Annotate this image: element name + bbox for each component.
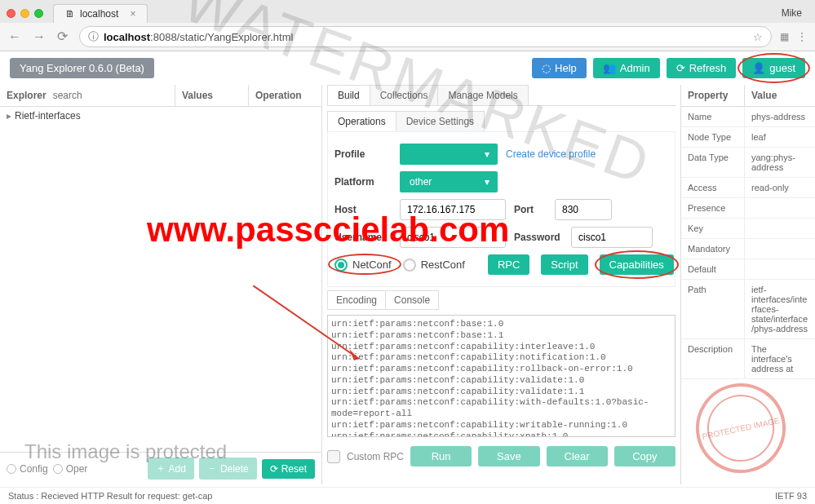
console-output[interactable]: urn:ietf:params:netconf:base:1.0 urn:iet… — [327, 315, 675, 437]
back-icon[interactable]: ← — [8, 30, 21, 43]
host-label: Host — [334, 204, 392, 215]
profile-dropdown[interactable] — [400, 144, 498, 165]
property-row: Accessread-only — [681, 178, 815, 198]
explorer-panel: Explorer Values Operation ▸ Rietf-interf… — [0, 85, 322, 484]
property-row: Default — [681, 259, 815, 280]
netconf-radio[interactable]: NetConf — [334, 259, 392, 272]
model-tree[interactable]: ▸ Rietf-interfaces — [0, 107, 321, 452]
expand-icon[interactable]: ▸ — [7, 110, 11, 122]
browser-chrome: 🗎 localhost × Mike ← → ⟳ ⓘ localhost :80… — [0, 0, 815, 51]
close-window-icon[interactable] — [7, 9, 16, 18]
users-icon: 👥 — [603, 62, 616, 74]
subtab-device-settings[interactable]: Device Settings — [396, 111, 485, 131]
help-button[interactable]: ◌Help — [532, 58, 587, 78]
property-row: Pathietf-interfaces/interfaces-state/int… — [681, 280, 815, 339]
property-key: Data Type — [681, 148, 745, 177]
save-button[interactable]: Save — [478, 446, 539, 466]
property-row: Mandatory — [681, 239, 815, 259]
window-controls — [7, 9, 43, 18]
tab-title: localhost — [80, 8, 118, 20]
port-input[interactable] — [555, 199, 612, 220]
tab-manage-models[interactable]: Manage Models — [437, 85, 528, 105]
app-toolbar: Yang Explorer 0.6.0 (Beta) ◌Help 👥Admin … — [0, 51, 815, 85]
property-value: The interface's address at — [745, 339, 815, 378]
property-row: Node Typeleaf — [681, 127, 815, 148]
property-value — [745, 259, 815, 279]
property-key: Path — [681, 280, 745, 338]
values-col-header: Values — [175, 85, 249, 106]
forward-icon[interactable]: → — [33, 30, 46, 43]
guest-button[interactable]: 👤guest — [742, 58, 805, 78]
tab-build[interactable]: Build — [327, 85, 370, 105]
password-input[interactable] — [571, 227, 653, 248]
platform-label: Platform — [334, 176, 392, 188]
reload-icon[interactable]: ⟳ — [57, 30, 68, 43]
username-label: Username — [334, 232, 392, 243]
bookmark-icon[interactable]: ☆ — [753, 31, 763, 43]
url-host: localhost — [104, 31, 150, 43]
property-row: Presence — [681, 198, 815, 219]
platform-dropdown[interactable]: other — [400, 171, 498, 192]
subtab-operations[interactable]: Operations — [327, 111, 396, 131]
menu-icon[interactable]: ⋮ — [797, 31, 807, 42]
tree-item-ietf-interfaces[interactable]: ▸ Rietf-interfaces — [7, 110, 315, 122]
close-tab-icon[interactable]: × — [130, 8, 135, 20]
property-key: Name — [681, 107, 745, 126]
encoding-tab[interactable]: Encoding — [327, 290, 386, 310]
capabilities-button[interactable]: Capabilities — [600, 254, 674, 275]
run-button[interactable]: Run — [410, 446, 472, 466]
property-row: DescriptionThe interface's address at — [681, 339, 815, 379]
center-panel: Build Collections Manage Models Operatio… — [322, 85, 680, 484]
annotation-circle — [737, 53, 810, 83]
config-radio[interactable]: Config — [7, 463, 48, 475]
property-value — [745, 219, 815, 238]
annotation-circle — [328, 254, 401, 275]
property-value: phys-address — [745, 107, 815, 126]
address-bar[interactable]: ⓘ localhost :8088/static/YangExplorer.ht… — [79, 26, 772, 47]
minimize-window-icon[interactable] — [20, 9, 29, 18]
page-icon: 🗎 — [65, 8, 75, 20]
property-value: read-only — [745, 178, 815, 197]
username-input[interactable] — [400, 227, 506, 248]
add-button[interactable]: ＋ Add — [148, 458, 194, 480]
property-key: Description — [681, 339, 745, 378]
property-key: Mandatory — [681, 239, 745, 259]
script-button[interactable]: Script — [541, 254, 587, 275]
reset-button[interactable]: ⟳ Reset — [262, 459, 315, 479]
site-info-icon[interactable]: ⓘ — [88, 29, 99, 44]
property-row: Namephys-address — [681, 107, 815, 127]
host-input[interactable] — [400, 199, 506, 220]
delete-button[interactable]: － Delete — [199, 458, 257, 480]
property-value — [745, 198, 815, 218]
clear-button[interactable]: Clear — [547, 446, 608, 466]
rpc-button[interactable]: RPC — [488, 254, 529, 275]
explorer-label: Explorer — [7, 90, 47, 101]
annotation-circle — [595, 250, 679, 279]
copy-button[interactable]: Copy — [614, 446, 675, 466]
operation-col-header: Operation — [249, 85, 321, 106]
maximize-window-icon[interactable] — [34, 9, 43, 18]
custom-rpc-checkbox[interactable] — [327, 450, 340, 463]
refresh-button[interactable]: ⟳Refresh — [667, 58, 737, 78]
status-right: IETF 93 — [775, 491, 807, 501]
custom-rpc-label: Custom RPC — [347, 451, 404, 462]
property-row: Key — [681, 219, 815, 239]
create-profile-link[interactable]: Create device profile — [506, 148, 596, 160]
tab-collections[interactable]: Collections — [370, 85, 439, 105]
property-value — [745, 239, 815, 259]
restconf-radio[interactable]: RestConf — [403, 259, 465, 272]
password-label: Password — [514, 232, 563, 243]
admin-button[interactable]: 👥Admin — [593, 58, 660, 78]
app-title: Yang Explorer 0.6.0 (Beta) — [10, 58, 154, 78]
status-text: Status : Recieved HTTP Result for reques… — [8, 491, 212, 501]
extension-icon[interactable]: ▦ — [780, 31, 789, 42]
property-key: Key — [681, 219, 745, 238]
property-header: Property — [681, 85, 745, 106]
console-tab[interactable]: Console — [385, 290, 439, 310]
search-input[interactable] — [53, 90, 151, 101]
property-value: ietf-interfaces/interfaces-state/interfa… — [745, 280, 815, 338]
browser-tab[interactable]: 🗎 localhost × — [53, 4, 148, 23]
property-key: Presence — [681, 198, 745, 218]
oper-radio[interactable]: Oper — [53, 463, 88, 475]
status-bar: Status : Recieved HTTP Result for reques… — [0, 487, 815, 504]
